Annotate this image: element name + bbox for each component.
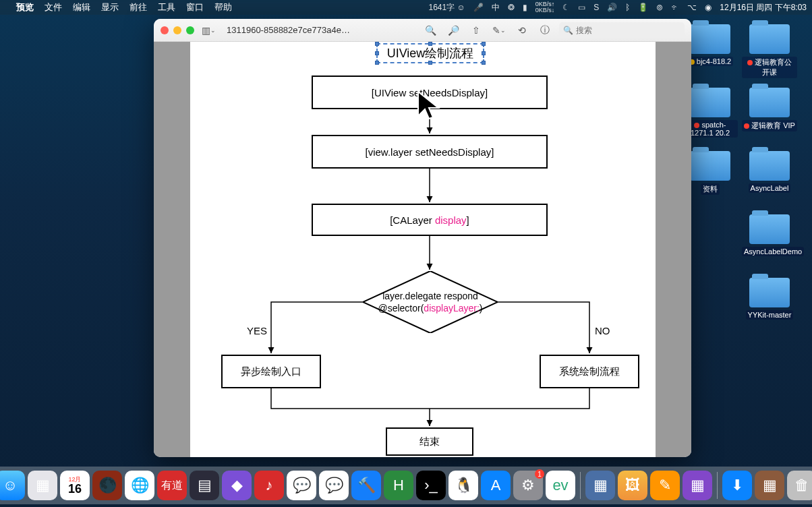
status-bluetooth-icon[interactable]: ᛒ: [625, 3, 630, 12]
dock-app[interactable]: 🌑: [92, 471, 122, 500]
search-input[interactable]: [576, 26, 680, 35]
titlebar[interactable]: ▥ ⌄ 1311960-858882e7ce773a4e… 🔍 🔎 ⇧ ✎ ⌄ …: [154, 19, 691, 42]
zoom-out-icon[interactable]: 🔍: [422, 23, 439, 38]
menu-edit[interactable]: 编辑: [73, 1, 90, 13]
status-siri-icon[interactable]: ◉: [705, 3, 712, 12]
dock-xcode[interactable]: 🔨: [351, 471, 381, 500]
search-icon: 🔍: [563, 26, 573, 35]
resize-handle[interactable]: [428, 42, 432, 46]
label-no: NO: [595, 325, 610, 336]
window-title: 1311960-858882e7ce773a4e…: [227, 25, 350, 35]
dock-youdao[interactable]: 有道: [157, 471, 187, 500]
markup-icon[interactable]: ✎ ⌄: [490, 23, 508, 38]
dock-finder[interactable]: ☺: [0, 471, 25, 500]
dock-app[interactable]: ▦: [683, 471, 712, 500]
dock-separator: [717, 472, 718, 499]
status-clothes-icon[interactable]: ▮: [523, 3, 527, 12]
flowchart-title-text: UIView绘制流程: [387, 45, 474, 61]
dock-calendar[interactable]: 12月16: [60, 471, 90, 500]
rotate-icon[interactable]: ⟲: [513, 23, 531, 38]
status-sogou-icon[interactable]: S: [593, 3, 599, 12]
status-hotspot-icon[interactable]: ⊚: [656, 3, 663, 12]
close-button[interactable]: [161, 26, 169, 34]
desktop-folder[interactable]: YYKit-master: [742, 278, 797, 320]
resize-handle[interactable]: [428, 61, 432, 65]
menu-window[interactable]: 窗口: [186, 1, 204, 13]
status-display-icon[interactable]: ▭: [578, 3, 585, 12]
app-menu[interactable]: 预览: [16, 1, 34, 13]
status-wifi-icon[interactable]: ᯤ: [671, 3, 679, 12]
label-yes: YES: [247, 325, 267, 336]
traffic-lights: [161, 26, 194, 34]
flowchart-box-2: [view.layer setNeedsDisplay]: [312, 135, 548, 169]
flowchart-left-box: 异步绘制入口: [221, 355, 321, 388]
status-controlcenter-icon[interactable]: ⌥: [687, 3, 697, 12]
resize-handle[interactable]: [375, 42, 379, 46]
desktop-folder[interactable]: 逻辑教育 VIP: [742, 88, 797, 131]
notification-badge: 1: [535, 469, 544, 479]
resize-handle[interactable]: [482, 42, 486, 46]
dock-app[interactable]: 🖼: [618, 471, 647, 500]
status-volume-icon[interactable]: 🔊: [607, 3, 617, 12]
dock-pages[interactable]: ✎: [650, 471, 680, 500]
resize-handle[interactable]: [375, 61, 379, 65]
desktop-folder[interactable]: AsyncLabel: [742, 151, 797, 193]
flowchart-title-selected[interactable]: UIView绘制流程: [376, 43, 484, 63]
dock-hbuilder[interactable]: H: [384, 471, 413, 500]
dock: ☺ ▦ 12月16 🌑 🌐 有道 ▤ ◆ ♪ 💬 💬 🔨 H ›_ 🐧 A ⚙1…: [0, 467, 812, 504]
status-datetime[interactable]: 12月16日 周四 下午8:03: [720, 2, 807, 13]
status-ime[interactable]: 中: [492, 2, 500, 13]
dock-terminal[interactable]: ›_: [416, 471, 446, 500]
menu-help[interactable]: 帮助: [214, 1, 232, 13]
zoom-in-icon[interactable]: 🔎: [444, 23, 462, 38]
desktop-folder[interactable]: AsyncLabelDemo: [742, 214, 797, 256]
desktop-folder[interactable]: 逻辑教育公开课: [742, 24, 797, 78]
status-wordcount[interactable]: 1641字 ☺: [428, 2, 465, 13]
flowchart-box-3: [CALayer display]: [312, 204, 548, 236]
flowchart-decision: layer.delegate respond @selector(display…: [363, 271, 498, 333]
status-battery-icon[interactable]: 🔋: [638, 3, 648, 12]
dock-settings[interactable]: ⚙1: [513, 471, 543, 500]
minimize-button[interactable]: [173, 26, 181, 34]
dock-separator: [580, 472, 581, 499]
sidebar-toggle[interactable]: ▥ ⌄: [200, 23, 217, 38]
dock-chrome[interactable]: 🌐: [125, 471, 154, 500]
dock-evernote[interactable]: ev: [546, 471, 575, 500]
dock-qq[interactable]: 🐧: [448, 471, 478, 500]
status-fan-icon[interactable]: ❂: [508, 3, 515, 12]
menu-file[interactable]: 文件: [45, 1, 62, 13]
dock-downloads[interactable]: ⬇: [722, 471, 752, 500]
resize-handle[interactable]: [482, 51, 486, 55]
fullscreen-button[interactable]: [186, 26, 194, 34]
dock-app[interactable]: ◆: [222, 471, 252, 500]
flowchart-box-1: [UIView setNeedsDisplay]: [312, 76, 548, 109]
info-icon[interactable]: ⓘ: [536, 23, 554, 38]
resize-handle[interactable]: [375, 51, 379, 55]
search-field[interactable]: 🔍: [559, 22, 685, 38]
menu-view[interactable]: 显示: [101, 1, 119, 13]
dock-app[interactable]: ▦: [585, 471, 615, 500]
resize-handle[interactable]: [482, 61, 486, 65]
decision-line1: layer.delegate respond: [382, 290, 478, 302]
document-canvas[interactable]: UIView绘制流程 [UIView setNeedsDisplay] [vie…: [154, 42, 691, 457]
dock-netease[interactable]: ♪: [254, 471, 284, 500]
dock-trash[interactable]: 🗑: [787, 471, 812, 500]
dock-messages[interactable]: 💬: [287, 471, 316, 500]
menu-tools[interactable]: 工具: [158, 1, 175, 13]
dock-launchpad[interactable]: ▦: [28, 471, 57, 500]
status-mic-icon[interactable]: 🎤: [473, 3, 484, 12]
preview-window: ▥ ⌄ 1311960-858882e7ce773a4e… 🔍 🔎 ⇧ ✎ ⌄ …: [154, 19, 691, 457]
dock-app[interactable]: ▦: [755, 471, 784, 500]
flowchart-right-box: 系统绘制流程: [540, 355, 639, 388]
decision-line2: @selector(displayLayer:): [378, 302, 482, 314]
dock-wechat[interactable]: 💬: [319, 471, 349, 500]
document-page: UIView绘制流程 [UIView setNeedsDisplay] [vie…: [190, 42, 656, 457]
menu-go[interactable]: 前往: [129, 1, 147, 13]
dock-vscode[interactable]: ▤: [190, 471, 219, 500]
status-network[interactable]: 0KB/s↑0KB/s↓: [535, 1, 555, 13]
dock-appstore[interactable]: A: [481, 471, 511, 500]
menubar: 预览 文件 编辑 显示 前往 工具 窗口 帮助 1641字 ☺ 🎤 中 ❂ ▮ …: [0, 0, 812, 15]
share-icon[interactable]: ⇧: [467, 23, 485, 38]
status-dnd-icon[interactable]: ☾: [562, 3, 570, 12]
flowchart-end-box: 结束: [386, 427, 473, 456]
